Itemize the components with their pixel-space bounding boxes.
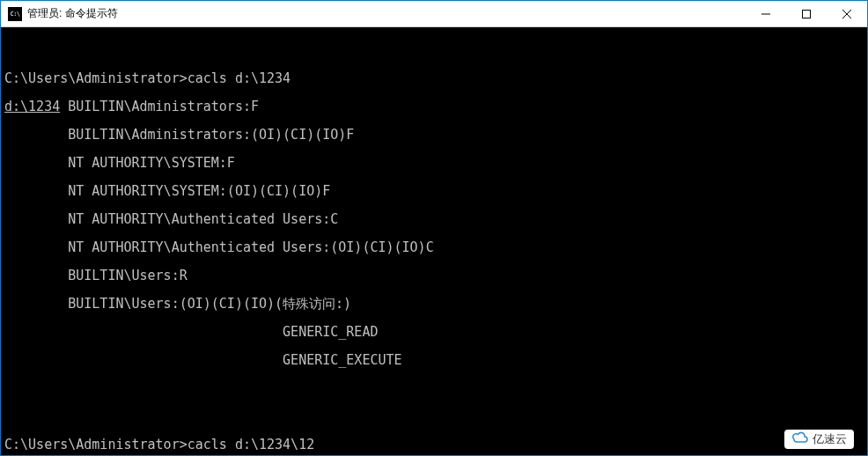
- app-icon: C:\: [8, 7, 22, 21]
- minimize-button[interactable]: [746, 1, 786, 26]
- console-line: [4, 409, 864, 423]
- command-text: cacls d:\1234: [188, 70, 291, 86]
- minimize-icon: [761, 10, 770, 18]
- console-line: NT AUTHORITY\SYSTEM:(OI)(CI)(IO)F: [4, 184, 864, 198]
- prompt: C:\Users\Administrator>: [4, 70, 188, 86]
- output-path: d:\1234: [4, 99, 60, 114]
- console-line: GENERIC_READ: [4, 325, 864, 339]
- watermark: 亿速云: [784, 430, 854, 449]
- close-button[interactable]: [827, 1, 867, 26]
- window-title: 管理员: 命令提示符: [27, 6, 746, 21]
- console-line: C:\Users\Administrator>cacls d:\1234: [4, 71, 864, 85]
- console-line: BUILTIN\Users:(OI)(CI)(IO)(特殊访问:): [4, 297, 864, 311]
- cloud-icon: [791, 431, 809, 447]
- window-controls: [746, 1, 867, 26]
- console-line: NT AUTHORITY\Authenticated Users:(OI)(CI…: [4, 240, 864, 254]
- close-icon: [842, 10, 851, 18]
- cmd-window: C:\ 管理员: 命令提示符 C:\Users\Administrator>ca…: [0, 0, 868, 456]
- maximize-icon: [802, 10, 811, 18]
- command-text: cacls d:\1234\12: [188, 437, 315, 452]
- console-line: NT AUTHORITY\SYSTEM:F: [4, 156, 864, 170]
- prompt: C:\Users\Administrator>: [4, 437, 188, 452]
- console-line: BUILTIN\Administrators:(OI)(CI)(IO)F: [4, 128, 864, 142]
- console-line: [4, 43, 864, 57]
- titlebar[interactable]: C:\ 管理员: 命令提示符: [1, 1, 867, 27]
- console-line: [4, 381, 864, 395]
- console-line: C:\Users\Administrator>cacls d:\1234\12: [4, 438, 864, 452]
- console-line: NT AUTHORITY\Authenticated Users:C: [4, 212, 864, 226]
- output-text: BUILTIN\Administrators:F: [60, 99, 259, 114]
- console-line: GENERIC_EXECUTE: [4, 353, 864, 367]
- console-line: BUILTIN\Users:R: [4, 268, 864, 283]
- maximize-button[interactable]: [786, 1, 827, 26]
- console-line: d:\1234 BUILTIN\Administrators:F: [4, 99, 864, 114]
- watermark-text: 亿速云: [813, 431, 847, 447]
- console-area[interactable]: C:\Users\Administrator>cacls d:\1234 d:\…: [1, 27, 867, 455]
- svg-rect-1: [803, 10, 811, 18]
